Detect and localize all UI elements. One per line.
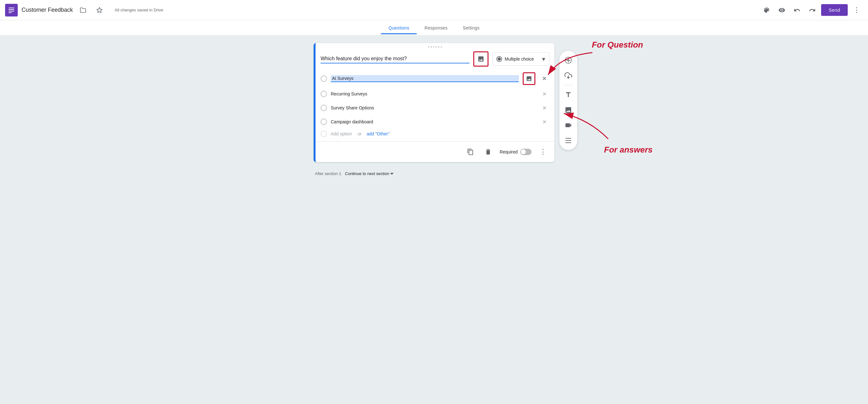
svg-rect-1	[8, 9, 14, 10]
drag-dots	[428, 46, 442, 48]
question-type-label: Multiple choice	[505, 56, 534, 61]
required-toggle-switch[interactable]	[520, 149, 532, 155]
add-option-row: Add option or add "Other"	[320, 129, 549, 139]
option-text-4: Campaign dashboard	[331, 119, 535, 125]
undo-icon-btn[interactable]	[791, 4, 803, 17]
option-close-2[interactable]: ✕	[539, 89, 549, 99]
question-more-btn[interactable]: ⋮	[537, 146, 549, 158]
app-title: Customer Feedback	[22, 7, 73, 13]
tab-responses[interactable]: Responses	[417, 22, 455, 34]
sidebar-image-btn[interactable]	[561, 103, 575, 117]
topbar-right: Send ⋮	[760, 4, 863, 17]
add-option-label[interactable]: Add option	[331, 131, 352, 136]
main-content: For Question	[0, 35, 868, 193]
redo-icon-btn[interactable]	[806, 4, 818, 17]
required-toggle: Required	[500, 149, 532, 155]
card-bottom: Required ⋮	[315, 141, 554, 162]
option-close-3[interactable]: ✕	[539, 103, 549, 113]
svg-rect-0	[8, 8, 14, 8]
option-close-btn-1[interactable]: ✕	[539, 74, 549, 84]
radio-type-icon	[496, 56, 502, 62]
question-text-input[interactable]	[320, 55, 469, 63]
option-row-4: Campaign dashboard ✕	[320, 115, 549, 129]
topbar: Customer Feedback All changes saved in D…	[0, 0, 868, 20]
section-footer: After section 1 Continue to next section	[314, 167, 554, 180]
question-input-area	[320, 55, 469, 63]
option-text-2: Recurring Surveys	[331, 91, 535, 97]
send-button[interactable]: Send	[821, 4, 848, 16]
svg-rect-3	[8, 12, 12, 13]
option-radio-3[interactable]	[320, 105, 327, 111]
drag-handle	[315, 43, 554, 49]
tabs-bar: Questions Responses Settings	[0, 20, 868, 35]
option-radio-1[interactable]	[320, 76, 327, 82]
delete-btn[interactable]	[482, 146, 495, 158]
option-text-input-1[interactable]	[331, 75, 519, 82]
section-continue-select[interactable]: Continue to next section	[344, 171, 394, 176]
or-label: or	[358, 131, 362, 136]
annotation-for-answers: For answers	[604, 145, 653, 155]
sidebar-video-btn[interactable]	[561, 118, 575, 132]
sidebar-add-question-btn[interactable]	[561, 53, 575, 67]
options-area: ✕ Recurring Surveys ✕ Survey Share Optio…	[315, 70, 554, 141]
tab-settings[interactable]: Settings	[455, 22, 487, 34]
app-icon	[5, 4, 18, 17]
form-container: For Question	[314, 43, 554, 180]
question-type-selector[interactable]: Multiple choice ▾	[492, 52, 549, 66]
section-footer-prefix: After section 1	[315, 171, 341, 176]
annotation-for-question: For Question	[592, 40, 643, 50]
option-row-3: Survey Share Options ✕	[320, 101, 549, 115]
duplicate-btn[interactable]	[464, 146, 477, 158]
star-icon-btn[interactable]	[93, 4, 106, 17]
option-radio-2[interactable]	[320, 91, 327, 97]
svg-marker-4	[97, 7, 102, 12]
palette-icon-btn[interactable]	[760, 4, 773, 17]
preview-icon-btn[interactable]	[775, 4, 788, 17]
question-card: Multiple choice ▾ ✕	[314, 43, 554, 162]
sidebar-import-btn[interactable]	[561, 68, 575, 82]
topbar-left: Customer Feedback All changes saved in D…	[5, 4, 760, 17]
option-row-2: Recurring Surveys ✕	[320, 87, 549, 101]
sidebar-divider	[563, 85, 574, 85]
question-image-btn[interactable]	[473, 51, 489, 66]
more-options-btn[interactable]: ⋮	[850, 4, 863, 17]
tab-questions[interactable]: Questions	[381, 22, 417, 34]
folder-icon-btn[interactable]	[77, 4, 89, 17]
option-close-4[interactable]: ✕	[539, 117, 549, 127]
required-label: Required	[500, 149, 518, 154]
option-row-1: ✕	[320, 70, 549, 87]
question-top-row: Multiple choice ▾	[315, 49, 554, 70]
sidebar-section-btn[interactable]	[561, 134, 575, 147]
add-other-link[interactable]: add "Other"	[367, 131, 389, 136]
sidebar-text-btn[interactable]	[561, 88, 575, 102]
option-radio-4[interactable]	[320, 119, 327, 125]
saved-status: All changes saved in Drive	[115, 8, 163, 12]
svg-rect-2	[8, 11, 14, 11]
toggle-thumb	[521, 149, 526, 154]
option-text-3: Survey Share Options	[331, 105, 535, 111]
answer-image-btn-1[interactable]	[523, 72, 535, 85]
right-sidebar	[559, 51, 577, 150]
add-option-radio	[320, 131, 327, 137]
type-chevron-icon: ▾	[542, 55, 545, 63]
